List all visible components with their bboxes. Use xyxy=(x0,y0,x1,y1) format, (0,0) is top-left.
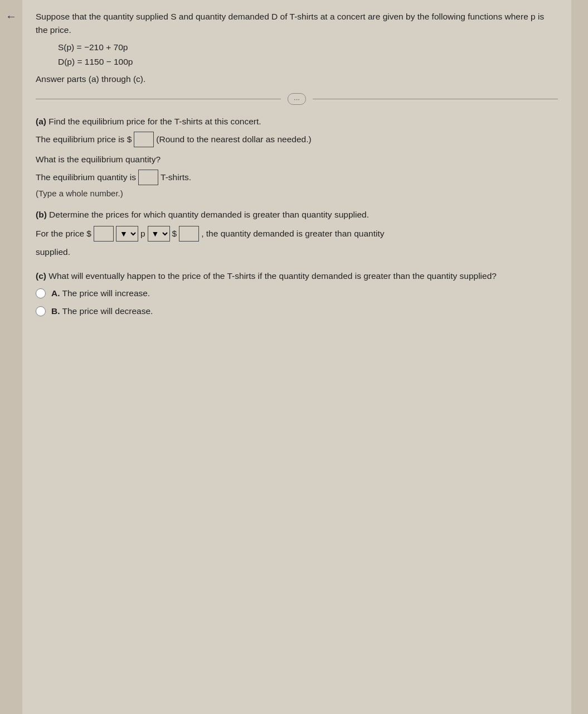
part-b-suffix: , the quantity demanded is greater than … xyxy=(201,226,384,241)
problem-intro: Suppose that the quantity supplied S and… xyxy=(36,10,558,84)
option-b[interactable]: B. The price will decrease. xyxy=(36,306,558,316)
dollar-label: $ xyxy=(172,226,177,241)
eq-price-prefix: The equilibrium price is $ xyxy=(36,132,132,147)
divider-dots: ··· xyxy=(288,93,306,105)
eq-qty-question: What is the equilibrium quantity? xyxy=(36,153,558,166)
equilibrium-price-line: The equilibrium price is $ (Round to the… xyxy=(36,132,558,147)
eq-qty-note: (Type a whole number.) xyxy=(36,189,558,198)
option-b-text: The price will decrease. xyxy=(62,306,153,316)
equilibrium-quantity-input[interactable] xyxy=(138,170,158,185)
equation-demand: D(p) = 1150 − 100p xyxy=(58,55,558,69)
option-a-text: The price will increase. xyxy=(62,288,150,298)
part-a-question-text: Find the equilibrium price for the T-shi… xyxy=(48,117,261,126)
eq-qty-line2: T-shirts. xyxy=(161,170,191,185)
part-b-section: (b) Determine the prices for which quant… xyxy=(36,208,558,259)
price-upper-input[interactable] xyxy=(179,226,199,242)
part-c-question-text: What will eventually happen to the price… xyxy=(48,271,497,281)
option-b-label: B. The price will decrease. xyxy=(51,306,153,316)
price-lower-input[interactable] xyxy=(94,226,114,242)
divider-line-right xyxy=(313,99,558,99)
part-c-options: A. The price will increase. B. The price… xyxy=(36,288,558,316)
part-b-suffix2: supplied. xyxy=(36,245,70,259)
divider: ··· xyxy=(36,93,558,105)
equilibrium-quantity-line: The equilibrium quantity is T-shirts. xyxy=(36,170,558,185)
instruction-text: Answer parts (a) through (c). xyxy=(36,74,558,84)
eq-qty-line1: The equilibrium quantity is xyxy=(36,170,136,185)
p-label: p xyxy=(140,226,145,241)
option-a-radio[interactable] xyxy=(36,288,46,298)
part-a-question: (a) Find the equilibrium price for the T… xyxy=(36,115,558,128)
part-b-question-text: Determine the prices for which quantity … xyxy=(49,210,369,219)
divider-line-left xyxy=(36,99,281,99)
part-b-suffix2-line: supplied. xyxy=(36,245,558,259)
part-c-question: (c) What will eventually happen to the p… xyxy=(36,269,558,283)
option-b-radio[interactable] xyxy=(36,306,46,316)
option-a[interactable]: A. The price will increase. xyxy=(36,288,558,298)
option-a-label: A. The price will increase. xyxy=(51,288,150,298)
part-b-question: (b) Determine the prices for which quant… xyxy=(36,208,558,221)
intro-text: Suppose that the quantity supplied S and… xyxy=(36,10,558,37)
back-button[interactable]: ← xyxy=(6,10,17,23)
part-c-section: (c) What will eventually happen to the p… xyxy=(36,269,558,316)
inequality-select-1[interactable]: ▼ < > ≤ ≥ xyxy=(116,226,138,242)
eq-price-suffix: (Round to the nearest dollar as needed.) xyxy=(156,132,311,147)
equilibrium-price-input[interactable] xyxy=(134,132,154,147)
inequality-select-2[interactable]: ▼ < > ≤ ≥ xyxy=(148,226,170,242)
for-the-price-label: For the price $ xyxy=(36,226,91,241)
main-content: Suppose that the quantity supplied S and… xyxy=(22,0,571,714)
equations: S(p) = −210 + 70p D(p) = 1150 − 100p xyxy=(58,40,558,70)
part-b-price-line: For the price $ ▼ < > ≤ ≥ p ▼ < > ≤ ≥ $ … xyxy=(36,226,558,242)
equation-supply: S(p) = −210 + 70p xyxy=(58,40,558,55)
part-a-section: (a) Find the equilibrium price for the T… xyxy=(36,115,558,198)
